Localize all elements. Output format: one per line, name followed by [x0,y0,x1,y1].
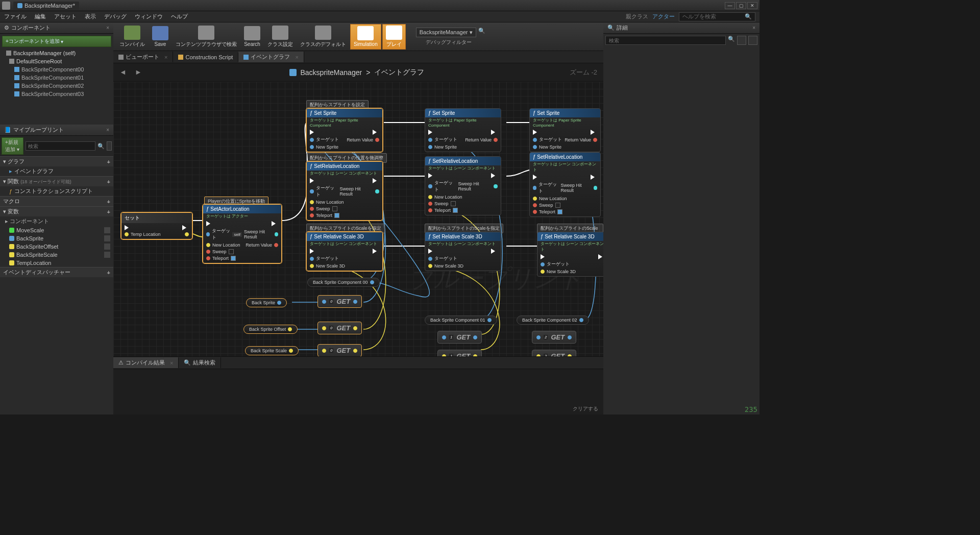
set-relative-location-node[interactable]: ƒ SetRelativeLocation ターゲットは シーン コンポーネント… [529,152,601,217]
add-macro-button[interactable]: + [107,199,110,205]
category-graphs[interactable]: ▾ グラフ+ [0,156,113,166]
parent-class-link[interactable]: アクター [652,13,675,20]
simulation-button[interactable]: Simulation [350,24,381,50]
refresh-icon[interactable] [104,252,110,258]
set-relative-scale-node[interactable]: ƒ Set Relative Scale 3D ターゲットは シーン コンポーネ… [425,232,501,271]
search-icon[interactable]: 🔍 [478,28,485,37]
graph-canvas[interactable]: ブループリント 配列からスプライトを設定 配列からスプライトの位置を微調整 配列… [113,82,603,356]
construction-script-item[interactable]: ƒコンストラクションスクリプト [0,186,113,196]
class-defaults-button[interactable]: クラスのデフォルト [297,24,349,50]
menu-window[interactable]: ウィンドウ [135,13,163,20]
set-relative-scale-node[interactable]: ƒ Set Relative Scale 3D ターゲットは シーン コンポーネ… [537,232,603,277]
component-child[interactable]: BackSpriteComponent03 [0,90,113,98]
nav-back-button[interactable]: ◄ [119,68,129,77]
components-panel-header[interactable]: ⚙ コンポーネント × [0,22,113,34]
close-icon[interactable]: × [106,127,109,133]
category-macros[interactable]: マクロ+ [0,196,113,206]
variable-get-pill[interactable]: Back Sprite [246,298,287,307]
variable-get-pill[interactable]: Back Sprite Component 02 [517,315,589,325]
set-sprite-node[interactable]: ƒ Set Sprite ターゲットは Paper Sprite Compone… [529,108,601,152]
view-options-button[interactable] [748,36,757,45]
array-get-node[interactable]: 0GET [317,322,362,334]
array-get-node[interactable]: 1GET [437,350,482,356]
variable-item[interactable]: MoveScale [0,226,113,234]
refresh-icon[interactable] [104,227,110,233]
array-get-node[interactable]: 0GET [317,344,362,356]
array-get-node[interactable]: 2GET [532,350,576,356]
add-dispatcher-button[interactable]: + [107,270,110,276]
add-function-button[interactable]: + [107,179,110,185]
matrix-icon[interactable] [737,36,746,45]
set-relative-scale-node[interactable]: ƒ Set Relative Scale 3D ターゲットは シーン コンポーネ… [306,232,383,271]
browse-button[interactable]: コンテンツブラウザで検索 [173,24,240,50]
document-tab[interactable]: BackspriteManager* [13,2,79,10]
array-get-node[interactable]: 0GET [317,295,362,308]
close-icon[interactable]: × [752,25,755,31]
set-node[interactable]: セット Temp Location [121,212,192,239]
debug-filter-label: デバッグフィルター [412,39,486,46]
category-functions[interactable]: ▾ 関数 (18 オーバーライド可能)+ [0,176,113,186]
set-relative-location-node[interactable]: ƒ SetRelativeLocation ターゲットは シーン コンポーネント… [425,156,501,215]
variable-get-pill[interactable]: Back Sprite Component 01 [425,315,497,325]
menu-file[interactable]: ファイル [4,13,27,20]
category-components-sub[interactable]: ▸ コンポーネント [0,216,113,226]
set-relative-location-node[interactable]: ƒ SetRelativeLocation ターゲットは シーン コンポーネント… [306,161,383,221]
play-button[interactable]: プレイ [382,24,406,50]
menu-edit[interactable]: 編集 [35,13,46,20]
menu-debug[interactable]: デバッグ [104,13,127,20]
event-graph-tab[interactable]: イベントグラフ× [238,52,304,62]
refresh-icon[interactable] [104,244,110,250]
variable-get-pill[interactable]: Back Sprite Component 00 [307,278,380,287]
zoom-label: ズーム -2 [570,68,597,77]
variable-item[interactable]: TempLocation [0,259,113,267]
add-graph-button[interactable]: + [107,159,110,165]
help-search[interactable]: ヘルプを検索 🔍 [679,12,755,21]
search-button[interactable]: Search [241,24,263,50]
close-icon[interactable]: × [106,25,109,31]
component-root[interactable]: DefaultSceneRoot [0,57,113,65]
refresh-icon[interactable] [104,235,110,241]
details-panel-header[interactable]: 🔍 詳細 × [603,22,760,34]
component-child[interactable]: BackSpriteComponent02 [0,82,113,90]
clear-button[interactable]: クリアする [573,405,598,412]
find-results-tab[interactable]: 🔍結果検索 [179,357,221,368]
component-self[interactable]: BackspriteManager (self) [0,49,113,57]
category-variables[interactable]: ▾ 変数+ [0,206,113,216]
construction-tab[interactable]: Construction Script [173,53,238,62]
set-actor-location-node[interactable]: ƒ SetActorLocation ターゲットは アクター ターゲット sel… [203,204,282,263]
compile-button[interactable]: コンパイル [116,24,148,50]
debug-object-combo[interactable]: BackspriteManager▾ [416,28,477,37]
close-button[interactable]: ✕ [747,2,757,9]
save-button[interactable]: Save [149,24,172,50]
maximize-button[interactable]: ▢ [736,2,746,9]
category-dispatchers[interactable]: イベントディスパッチャー+ [0,267,113,277]
add-component-button[interactable]: +コンポーネントを追加▾ [2,36,111,47]
variable-item[interactable]: BackSpriteScale [0,251,113,259]
minimize-button[interactable]: — [725,2,735,9]
event-graph-item[interactable]: ▸イベントグラフ [0,166,113,176]
myblueprint-search[interactable] [26,141,95,151]
add-new-button[interactable]: +新規追加 ▾ [2,137,23,155]
myblueprint-panel-header[interactable]: 📘 マイブループリント × [0,125,113,136]
array-get-node[interactable]: 2GET [532,331,576,344]
viewport-tab[interactable]: ビューポート× [113,52,173,62]
component-child[interactable]: BackSpriteComponent00 [0,65,113,74]
variable-item[interactable]: BackSpriteOffset [0,242,113,251]
set-sprite-node[interactable]: ƒ Set Sprite ターゲットは Paper Sprite Compone… [306,108,383,152]
component-child[interactable]: BackSpriteComponent01 [0,74,113,82]
class-settings-button[interactable]: クラス設定 [264,24,296,50]
menu-help[interactable]: ヘルプ [171,13,188,20]
nav-forward-button[interactable]: ► [135,68,144,77]
menu-asset[interactable]: アセット [54,13,77,20]
view-options-button[interactable] [107,141,112,151]
menu-view[interactable]: 表示 [85,13,96,20]
variable-get-pill[interactable]: Back Sprite Scale [245,346,299,355]
add-variable-button[interactable]: + [107,209,110,215]
set-sprite-node[interactable]: ƒ Set Sprite ターゲットは Paper Sprite Compone… [425,108,501,152]
array-get-node[interactable]: 1GET [437,331,482,344]
variable-item[interactable]: BackSprite [0,234,113,242]
compile-results-tab[interactable]: ⚠コンパイル結果× [113,357,179,368]
menubar: ファイル 編集 アセット 表示 デバッグ ウィンドウ ヘルプ 親クラス アクター… [0,11,760,22]
details-search-input[interactable] [605,36,726,45]
variable-get-pill[interactable]: Back Sprite Offset [243,325,298,334]
